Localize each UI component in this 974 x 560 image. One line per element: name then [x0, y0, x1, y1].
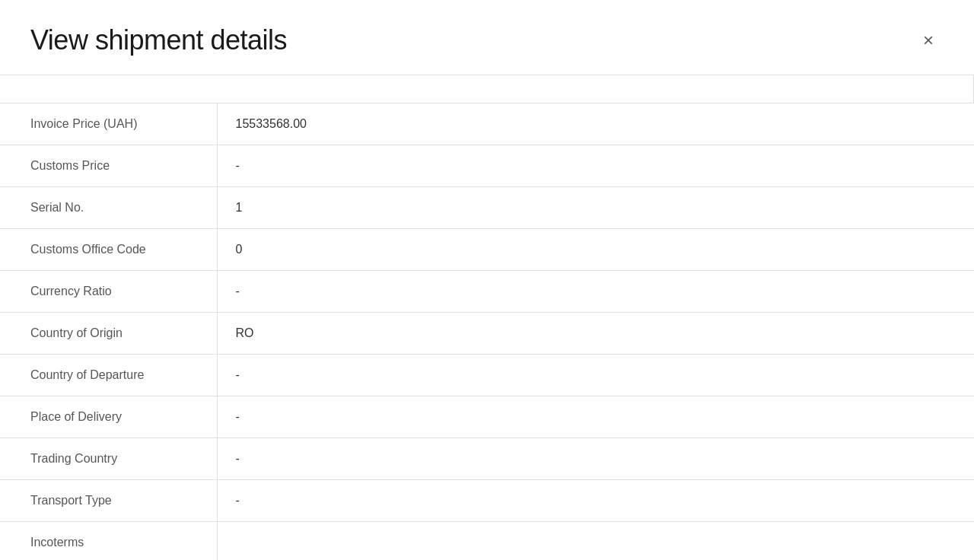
- row-label: Incoterms: [0, 522, 217, 561]
- table-row: Incoterms: [0, 522, 974, 561]
- row-label: Place of Delivery: [0, 396, 217, 438]
- row-label: Serial No.: [0, 187, 217, 229]
- row-label: Currency Ratio: [0, 271, 217, 313]
- row-label: Country of Origin: [0, 313, 217, 355]
- table-row: [0, 75, 974, 103]
- table-row: Currency Ratio-: [0, 271, 974, 313]
- table-row: Transport Type-: [0, 480, 974, 522]
- row-label: Customs Office Code: [0, 229, 217, 271]
- close-button[interactable]: ×: [913, 25, 944, 56]
- row-value: [217, 522, 974, 561]
- row-value: -: [217, 480, 974, 522]
- row-value: -: [217, 438, 974, 480]
- modal-overlay: View shipment details × Invoice Price (U…: [0, 0, 974, 560]
- table-row: Country of Departure-: [0, 355, 974, 396]
- row-label: Transport Type: [0, 480, 217, 522]
- table-row: Serial No.1: [0, 187, 974, 229]
- table-row: Country of OriginRO: [0, 313, 974, 355]
- row-value: 1: [217, 187, 974, 229]
- table-row: Invoice Price (UAH)15533568.00: [0, 103, 974, 145]
- row-label: Customs Price: [0, 145, 217, 187]
- row-label: Country of Departure: [0, 355, 217, 396]
- modal-title: View shipment details: [30, 24, 287, 56]
- row-value: -: [217, 271, 974, 313]
- table-row: Customs Office Code0: [0, 229, 974, 271]
- row-label: Invoice Price (UAH): [0, 103, 217, 145]
- table-row: Place of Delivery-: [0, 396, 974, 438]
- modal-container: View shipment details × Invoice Price (U…: [0, 0, 974, 560]
- table-row: Trading Country-: [0, 438, 974, 480]
- row-value: 15533568.00: [217, 103, 974, 145]
- row-value: -: [217, 355, 974, 396]
- row-value: 0: [217, 229, 974, 271]
- details-table: Invoice Price (UAH)15533568.00Customs Pr…: [0, 75, 974, 560]
- row-value: -: [217, 396, 974, 438]
- row-label: Trading Country: [0, 438, 217, 480]
- row-value: RO: [217, 313, 974, 355]
- table-row: Customs Price-: [0, 145, 974, 187]
- modal-header: View shipment details ×: [0, 0, 974, 75]
- row-value: -: [217, 145, 974, 187]
